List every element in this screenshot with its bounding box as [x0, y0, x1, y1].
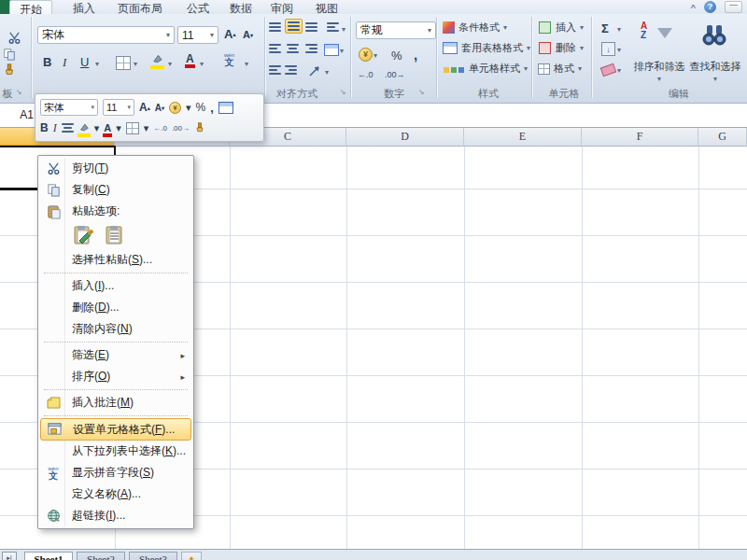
- mini-borders-button[interactable]: [126, 122, 139, 134]
- mini-comma-button[interactable]: ,: [210, 101, 214, 115]
- sort-filter-button[interactable]: A Z 排序和筛选 ▾: [631, 19, 687, 97]
- format-cells-button[interactable]: 格式▾: [538, 62, 582, 76]
- menu-item-筛选[interactable]: 筛选(E)▸: [40, 344, 191, 366]
- decrease-font-icon[interactable]: A▾: [243, 29, 253, 40]
- clear-button[interactable]: [601, 65, 615, 75]
- chevron-down-icon[interactable]: ▾: [325, 68, 329, 77]
- mini-accounting-button[interactable]: ¥: [169, 102, 181, 114]
- mini-format-painter-button[interactable]: [194, 122, 205, 133]
- menu-item-从下拉列表中选择[interactable]: 从下拉列表中选择(K)...: [40, 441, 191, 462]
- sheet-tab-sheet2[interactable]: Sheet2: [77, 552, 125, 560]
- menu-item-插入批注[interactable]: 插入批注(M): [40, 392, 191, 413]
- collapse-ribbon-icon[interactable]: ^: [691, 3, 696, 12]
- merge-center-button[interactable]: [324, 44, 339, 56]
- number-format-select[interactable]: 常规▾: [356, 21, 436, 39]
- chevron-down-icon[interactable]: ▾: [374, 51, 377, 60]
- menu-item-复制[interactable]: 复制(C): [40, 179, 191, 201]
- align-top-button[interactable]: [269, 22, 281, 32]
- font-color-button[interactable]: A: [186, 53, 194, 64]
- insert-cells-button[interactable]: 插入▾: [538, 21, 584, 35]
- fill-color-button[interactable]: [151, 54, 163, 65]
- chevron-down-icon[interactable]: ▾: [168, 60, 172, 68]
- mini-font-color-button[interactable]: A: [104, 122, 111, 133]
- menu-item-设置单元格格式[interactable]: 设置单元格格式(F)...: [40, 418, 191, 441]
- accounting-format-button[interactable]: ¥: [359, 48, 373, 62]
- menu-item-插入[interactable]: 插入(I)...: [40, 275, 191, 297]
- phonetic-guide-button[interactable]: wén文: [224, 52, 234, 67]
- font-name-select[interactable]: 宋体▾: [37, 26, 175, 44]
- chevron-down-icon[interactable]: ▾: [617, 25, 621, 34]
- decrease-decimal-button[interactable]: .00→: [385, 70, 405, 79]
- decrease-indent-button[interactable]: [269, 65, 281, 75]
- ribbon-tab-6[interactable]: 审阅: [261, 0, 303, 14]
- column-header-D[interactable]: D: [346, 128, 464, 147]
- increase-font-icon[interactable]: A▴: [224, 27, 235, 41]
- increase-indent-button[interactable]: [285, 65, 297, 75]
- orientation-button[interactable]: [327, 22, 339, 32]
- chevron-down-icon[interactable]: ▾: [95, 60, 99, 68]
- menu-item-清除内容[interactable]: 清除内容(N): [40, 318, 191, 340]
- align-left-button[interactable]: [269, 44, 281, 53]
- clipboard-dialog-launcher-icon[interactable]: ↘: [14, 88, 23, 97]
- insert-worksheet-button[interactable]: ✦: [181, 552, 202, 560]
- mini-bold-button[interactable]: B: [40, 121, 49, 134]
- align-center-button[interactable]: [287, 44, 299, 53]
- ribbon-tab-3[interactable]: 页面布局: [105, 0, 176, 14]
- chevron-down-icon[interactable]: ▾: [186, 102, 191, 114]
- align-bottom-button[interactable]: [305, 22, 317, 32]
- column-header-F[interactable]: F: [582, 128, 698, 147]
- mini-percent-button[interactable]: %: [195, 101, 205, 114]
- chevron-down-icon[interactable]: ▾: [617, 46, 621, 54]
- align-middle-button[interactable]: [285, 19, 303, 34]
- font-size-select[interactable]: 11▾: [177, 26, 218, 44]
- underline-button[interactable]: U: [80, 55, 89, 69]
- format-as-table-button[interactable]: 套用表格格式▾: [443, 41, 530, 55]
- mini-fill-color-button[interactable]: [78, 122, 90, 133]
- menu-item-超链接[interactable]: 超链接(I)...: [40, 505, 191, 526]
- mini-decrease-decimal-button[interactable]: .00→: [172, 124, 190, 133]
- copy-icon[interactable]: [3, 48, 16, 61]
- text-rotate-button[interactable]: [308, 65, 322, 77]
- ribbon-tab-7[interactable]: 视图: [306, 0, 347, 14]
- ribbon-tab-2[interactable]: 插入: [63, 0, 105, 14]
- chevron-down-icon[interactable]: ▾: [617, 66, 621, 75]
- find-select-button[interactable]: 查找和选择 ▾: [687, 19, 743, 97]
- sheet-tab-sheet1[interactable]: Sheet1: [24, 552, 73, 560]
- mini-italic-button[interactable]: I: [53, 121, 57, 135]
- autosum-button[interactable]: Σ: [601, 21, 609, 35]
- menu-item-剪切[interactable]: 剪切(T): [40, 158, 191, 179]
- minimize-window-button[interactable]: —: [725, 1, 742, 13]
- italic-button[interactable]: I: [63, 55, 66, 70]
- mini-increase-decimal-button[interactable]: ←.0: [153, 124, 167, 133]
- chevron-down-icon[interactable]: ▾: [134, 60, 137, 68]
- menu-item-选择性粘贴[interactable]: 选择性粘贴(S)...: [40, 249, 191, 271]
- mini-font-name-select[interactable]: 宋体▾: [40, 99, 98, 116]
- mini-align-center-button[interactable]: [62, 123, 74, 133]
- fill-button[interactable]: ↓: [601, 42, 615, 56]
- column-header-E[interactable]: E: [464, 128, 582, 147]
- mini-merge-center-button[interactable]: [218, 102, 233, 114]
- align-right-button[interactable]: [305, 44, 317, 53]
- mini-font-size-select[interactable]: 11▾: [103, 99, 134, 116]
- paste-keep-source-formatting-button[interactable]: [72, 225, 96, 247]
- paste-values-button[interactable]: [103, 225, 127, 247]
- mini-decrease-font-icon[interactable]: A▾: [155, 103, 164, 113]
- chevron-down-icon[interactable]: ▾: [340, 47, 344, 55]
- conditional-formatting-button[interactable]: 条件格式▾: [443, 21, 507, 35]
- percent-style-button[interactable]: %: [391, 49, 402, 63]
- chevron-down-icon[interactable]: ▾: [245, 60, 248, 68]
- delete-cells-button[interactable]: 删除▾: [538, 41, 584, 55]
- cut-icon[interactable]: [7, 31, 21, 45]
- increase-decimal-button[interactable]: ←.0: [358, 70, 374, 79]
- column-header-G[interactable]: G: [698, 128, 747, 147]
- sheet-tab-sheet3[interactable]: Sheet3: [129, 552, 177, 560]
- borders-button[interactable]: [116, 56, 131, 70]
- mini-increase-font-icon[interactable]: A▴: [139, 101, 150, 114]
- comma-style-button[interactable]: ,: [414, 47, 417, 63]
- menu-item-定义名称[interactable]: 定义名称(A)...: [40, 483, 191, 505]
- cell-styles-button[interactable]: 单元格样式▾: [443, 62, 528, 76]
- menu-item-排序[interactable]: 排序(O)▸: [40, 366, 191, 387]
- last-sheet-nav-button[interactable]: ▸|: [2, 552, 17, 560]
- bold-button[interactable]: B: [43, 55, 51, 69]
- menu-item-显示拼音字段[interactable]: wén文显示拼音字段(S): [40, 462, 191, 483]
